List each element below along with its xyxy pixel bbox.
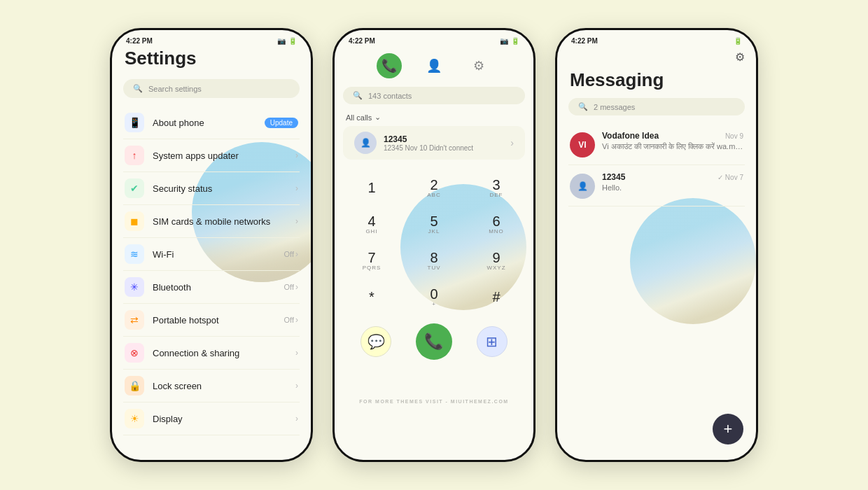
settings-item-security[interactable]: ✔ Security status › — [123, 172, 300, 205]
chevron-security: › — [295, 183, 298, 193]
page-wrapper: 4:22 PM 📷 🔋 Settings 🔍 Search settings 📱… — [110, 28, 758, 462]
messaging-title: Messaging — [568, 69, 745, 91]
vodafone-header: Vodafone Idea Nov 9 — [602, 131, 743, 141]
battery-icon-2: 🔋 — [511, 37, 519, 45]
settings-item-bluetooth[interactable]: ✳ Bluetooth Off › — [123, 271, 300, 304]
camera-icon-2: 📷 — [500, 37, 508, 45]
key-8[interactable]: 8 TUV — [411, 244, 457, 277]
messaging-search[interactable]: 🔍 2 messages — [568, 98, 745, 115]
sysapps-right: › — [295, 150, 298, 160]
search-icon-1: 🔍 — [133, 84, 143, 93]
dialpad-row-4: * 0 + # — [349, 280, 519, 314]
battery-icon-3: 🔋 — [734, 37, 742, 45]
lockscreen-icon: 🔒 — [125, 376, 144, 396]
settings-item-sim[interactable]: ◼ SIM cards & mobile networks › — [123, 205, 300, 238]
security-text: Security status — [153, 183, 295, 194]
bluetooth-icon: ✳ — [125, 277, 144, 297]
call-button[interactable]: 📞 — [416, 323, 452, 360]
chevron-sim: › — [295, 216, 298, 226]
sim-right: › — [295, 216, 298, 226]
contacts-button[interactable]: ⊞ — [477, 326, 507, 357]
bluetooth-text: Bluetooth — [153, 282, 284, 293]
connection-label: Connection & sharing — [153, 348, 295, 358]
call-detail: 12345 Nov 10 Didn't connect — [384, 144, 503, 152]
messaging-settings-icon[interactable]: ⚙ — [735, 50, 745, 64]
search-icon-2: 🔍 — [353, 91, 363, 100]
hotspot-right: Off › — [284, 315, 298, 325]
phone-tab-icon[interactable]: 📞 — [377, 53, 402, 78]
battery-icon: 🔋 — [288, 37, 297, 45]
key-3[interactable]: 3 DEF — [473, 171, 519, 204]
about-right: Update — [262, 118, 298, 128]
dialer-actions: 💬 📞 ⊞ — [335, 316, 533, 360]
security-icon: ✔ — [125, 178, 144, 198]
contacts-tab-icon[interactable]: 👤 — [421, 53, 447, 78]
messaging-content: Messaging 🔍 2 messages VI Vodafone Idea … — [557, 69, 756, 206]
sysapps-label: System apps updater — [153, 150, 295, 161]
sms-button[interactable]: 💬 — [360, 326, 391, 357]
lockscreen-right: › — [295, 381, 298, 391]
message-item-12345[interactable]: 👤 12345 ✓ Nov 7 Hello. — [568, 165, 745, 206]
hotspot-label: Portable hotspot — [153, 315, 284, 326]
key-4[interactable]: 4 GHI — [349, 207, 395, 241]
security-right: › — [295, 183, 298, 193]
contacts-count: 143 contacts — [368, 92, 412, 100]
msg-header-12345: 12345 ✓ Nov 7 — [602, 172, 743, 182]
chevron-display: › — [295, 414, 298, 424]
vodafone-sender: Vodafone Idea — [602, 131, 659, 141]
key-6[interactable]: 6 MNO — [473, 207, 519, 241]
key-9[interactable]: 9 WXYZ — [473, 244, 519, 277]
bluetooth-label: Bluetooth — [153, 282, 284, 293]
hotspot-status: Off — [284, 316, 294, 324]
dialpad: 1 2 ABC 3 DEF 4 GHI 5 — [335, 165, 533, 314]
key-2[interactable]: 2 ABC — [411, 171, 457, 204]
chevron-wifi: › — [295, 249, 298, 259]
display-right: › — [295, 414, 298, 424]
key-5[interactable]: 5 JKL — [411, 207, 457, 241]
settings-item-connection[interactable]: ⊗ Connection & sharing › — [123, 337, 300, 370]
calls-filter[interactable]: All calls ⌄ — [335, 110, 533, 126]
wallpaper-bg-3 — [630, 198, 756, 324]
dialer-settings-icon[interactable]: ⚙ — [466, 53, 491, 78]
bluetooth-right: Off › — [284, 282, 298, 292]
key-hash[interactable]: # — [473, 280, 519, 314]
status-bar-3: 4:22 PM 🔋 — [557, 30, 756, 48]
settings-item-about[interactable]: 📱 About phone Update — [123, 106, 300, 139]
time-1: 4:22 PM — [126, 37, 153, 45]
vodafone-avatar: VI — [570, 132, 595, 158]
display-icon: ☀ — [125, 409, 144, 428]
settings-item-sysapps[interactable]: ↑ System apps updater › — [123, 139, 300, 172]
chevron-bluetooth: › — [295, 282, 298, 292]
call-number: 12345 — [384, 134, 503, 144]
time-2: 4:22 PM — [349, 37, 375, 45]
status-bar-2: 4:22 PM 📷 🔋 — [335, 30, 533, 48]
key-1[interactable]: 1 — [349, 171, 395, 204]
update-badge: Update — [265, 118, 298, 128]
message-item-vodafone[interactable]: VI Vodafone Idea Nov 9 Vi अकाउंट की जानक… — [568, 124, 745, 165]
settings-item-lockscreen[interactable]: 🔒 Lock screen › — [123, 370, 300, 402]
chevron-hotspot: › — [295, 315, 298, 325]
search-bar-1[interactable]: 🔍 Search settings — [123, 79, 300, 98]
time-3: 4:22 PM — [571, 37, 598, 45]
key-0[interactable]: 0 + — [411, 280, 457, 314]
hotspot-icon: ⇄ — [125, 310, 144, 330]
filter-chevron: ⌄ — [374, 113, 381, 122]
recent-call-item[interactable]: 👤 12345 12345 Nov 10 Didn't connect › — [343, 126, 525, 160]
vodafone-preview: Vi अकाउंट की जानकारी के लिए क्लिक करें w… — [602, 142, 743, 151]
dialpad-row-1: 1 2 ABC 3 DEF — [349, 171, 519, 204]
settings-item-display[interactable]: ☀ Display › — [123, 402, 300, 435]
vodafone-date: Nov 9 — [725, 132, 743, 140]
dialer-search[interactable]: 🔍 143 contacts — [343, 87, 525, 104]
key-star[interactable]: * — [349, 280, 395, 314]
settings-item-wifi[interactable]: ≋ Wi-Fi Off › — [123, 238, 300, 271]
compose-fab[interactable]: + — [713, 414, 743, 444]
key-7[interactable]: 7 PQRS — [349, 244, 395, 277]
settings-title: Settings — [123, 48, 300, 69]
status-icons-2: 📷 🔋 — [500, 37, 519, 45]
sysapps-icon: ↑ — [125, 146, 144, 165]
display-text: Display — [153, 414, 295, 424]
sim-icon: ◼ — [125, 211, 144, 231]
chevron-connection: › — [295, 348, 298, 358]
about-icon: 📱 — [125, 113, 144, 132]
settings-item-hotspot[interactable]: ⇄ Portable hotspot Off › — [123, 304, 300, 337]
